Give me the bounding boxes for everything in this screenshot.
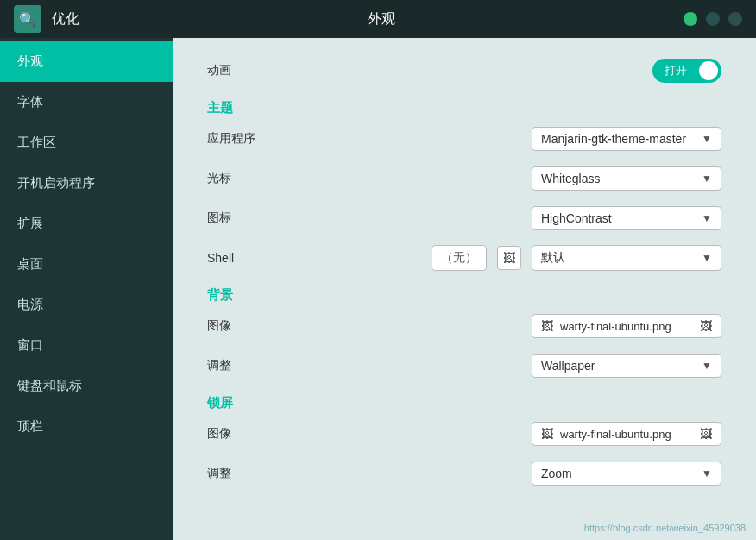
search-icon: 🔍 bbox=[19, 11, 36, 28]
sidebar-item-startup[interactable]: 开机启动程序 bbox=[0, 163, 173, 204]
main-layout: 外观 字体 工作区 开机启动程序 扩展 桌面 电源 窗口 键盘和鼠标 顶栏 bbox=[0, 38, 756, 540]
chevron-down-icon-5: ▼ bbox=[702, 360, 712, 372]
cursor-label: 光标 bbox=[207, 171, 311, 186]
sidebar-item-workspaces[interactable]: 工作区 bbox=[0, 122, 173, 163]
icons-value: HighContrast bbox=[541, 211, 612, 225]
lock-adjust-row: 调整 Zoom ▼ bbox=[207, 458, 721, 489]
titlebar: 🔍 优化 外观 bbox=[0, 0, 756, 38]
icons-label: 图标 bbox=[207, 210, 311, 226]
image-icon: 🖼 bbox=[503, 251, 515, 265]
cursor-row: 光标 Whiteglass ▼ bbox=[207, 163, 721, 194]
chevron-down-icon-6: ▼ bbox=[702, 468, 712, 480]
bg-image-value: warty-final-ubuntu.png bbox=[560, 320, 671, 333]
lock-image-browse-icon[interactable]: 🖼 bbox=[700, 427, 712, 441]
lock-image-thumb-icon: 🖼 bbox=[541, 427, 553, 441]
bg-image-browse-icon[interactable]: 🖼 bbox=[700, 319, 712, 333]
animation-toggle[interactable]: 打开 bbox=[652, 59, 721, 83]
chevron-down-icon-3: ▼ bbox=[702, 212, 712, 224]
shell-image-button[interactable]: 🖼 bbox=[497, 246, 521, 270]
bg-image-label: 图像 bbox=[207, 318, 311, 334]
background-section-label: 背景 bbox=[207, 287, 721, 304]
cursor-value: Whiteglass bbox=[541, 172, 600, 185]
icons-row: 图标 HighContrast ▼ bbox=[207, 203, 721, 234]
icons-dropdown[interactable]: HighContrast ▼ bbox=[532, 206, 721, 230]
theme-app-dropdown[interactable]: Manjarin-gtk-theme-master ▼ bbox=[532, 127, 721, 151]
bg-adjust-control: Wallpaper ▼ bbox=[311, 354, 721, 378]
shell-badge: （无） bbox=[432, 245, 487, 271]
sidebar-item-extensions[interactable]: 扩展 bbox=[0, 204, 173, 244]
theme-app-control: Manjarin-gtk-theme-master ▼ bbox=[311, 127, 721, 151]
theme-app-label: 应用程序 bbox=[207, 131, 311, 147]
icons-control: HighContrast ▼ bbox=[311, 206, 721, 230]
animation-control: 打开 bbox=[311, 59, 721, 83]
lock-adjust-dropdown[interactable]: Zoom ▼ bbox=[532, 462, 721, 486]
watermark: https://blog.csdn.net/weixin_45929038 bbox=[584, 523, 746, 533]
window-btn-green[interactable] bbox=[684, 12, 697, 26]
sidebar: 外观 字体 工作区 开机启动程序 扩展 桌面 电源 窗口 键盘和鼠标 顶栏 bbox=[0, 38, 173, 540]
shell-label: Shell bbox=[207, 251, 311, 265]
chevron-down-icon: ▼ bbox=[702, 133, 712, 145]
cursor-control: Whiteglass ▼ bbox=[311, 166, 721, 191]
sidebar-item-keyboard-mouse[interactable]: 键盘和鼠标 bbox=[0, 366, 173, 406]
lock-adjust-control: Zoom ▼ bbox=[311, 462, 721, 486]
bg-adjust-dropdown[interactable]: Wallpaper ▼ bbox=[532, 354, 721, 378]
sidebar-item-windows[interactable]: 窗口 bbox=[0, 325, 173, 366]
shell-control: （无） 🖼 默认 ▼ bbox=[311, 245, 721, 271]
lock-adjust-value: Zoom bbox=[541, 467, 572, 480]
bg-adjust-row: 调整 Wallpaper ▼ bbox=[207, 350, 721, 381]
content-area: 动画 打开 主题 应用程序 Manjarin-gtk-theme-master … bbox=[173, 38, 756, 540]
lock-image-value: warty-final-ubuntu.png bbox=[560, 428, 671, 441]
lock-image-label: 图像 bbox=[207, 426, 311, 442]
sidebar-item-fonts[interactable]: 字体 bbox=[0, 82, 173, 122]
app-title: 优化 bbox=[52, 10, 79, 28]
lock-image-field[interactable]: 🖼 warty-final-ubuntu.png 🖼 bbox=[532, 422, 721, 446]
shell-dropdown-value: 默认 bbox=[541, 250, 565, 266]
theme-section-label: 主题 bbox=[207, 100, 721, 116]
shell-row: Shell （无） 🖼 默认 ▼ bbox=[207, 242, 721, 273]
lockscreen-section-label: 锁屏 bbox=[207, 395, 721, 411]
lock-image-row: 图像 🖼 warty-final-ubuntu.png 🖼 bbox=[207, 418, 721, 449]
window-btn-dark2[interactable] bbox=[728, 12, 742, 26]
lock-image-control: 🖼 warty-final-ubuntu.png 🖼 bbox=[311, 422, 721, 446]
animation-row: 动画 打开 bbox=[207, 55, 721, 86]
chevron-down-icon-4: ▼ bbox=[702, 252, 712, 264]
toggle-knob bbox=[699, 61, 718, 80]
sidebar-item-topbar[interactable]: 顶栏 bbox=[0, 406, 173, 447]
window-controls bbox=[684, 12, 742, 26]
bg-image-row: 图像 🖼 warty-final-ubuntu.png 🖼 bbox=[207, 311, 721, 342]
search-button[interactable]: 🔍 bbox=[14, 5, 41, 33]
toggle-on-label: 打开 bbox=[658, 63, 687, 78]
animation-label: 动画 bbox=[207, 63, 311, 78]
bg-image-field[interactable]: 🖼 warty-final-ubuntu.png 🖼 bbox=[532, 314, 721, 338]
theme-app-row: 应用程序 Manjarin-gtk-theme-master ▼ bbox=[207, 123, 721, 154]
image-thumb-icon: 🖼 bbox=[541, 319, 553, 333]
bg-adjust-value: Wallpaper bbox=[541, 359, 595, 373]
sidebar-item-desktop[interactable]: 桌面 bbox=[0, 244, 173, 285]
chevron-down-icon-2: ▼ bbox=[702, 173, 712, 185]
window-btn-dark1[interactable] bbox=[706, 12, 720, 26]
lock-adjust-label: 调整 bbox=[207, 466, 311, 481]
theme-app-value: Manjarin-gtk-theme-master bbox=[541, 132, 686, 146]
bg-image-control: 🖼 warty-final-ubuntu.png 🖼 bbox=[311, 314, 721, 338]
page-title: 外观 bbox=[79, 10, 684, 28]
bg-adjust-label: 调整 bbox=[207, 358, 311, 374]
sidebar-item-power[interactable]: 电源 bbox=[0, 285, 173, 325]
cursor-dropdown[interactable]: Whiteglass ▼ bbox=[532, 166, 721, 191]
sidebar-item-appearance[interactable]: 外观 bbox=[0, 41, 173, 82]
shell-dropdown[interactable]: 默认 ▼ bbox=[532, 245, 721, 271]
